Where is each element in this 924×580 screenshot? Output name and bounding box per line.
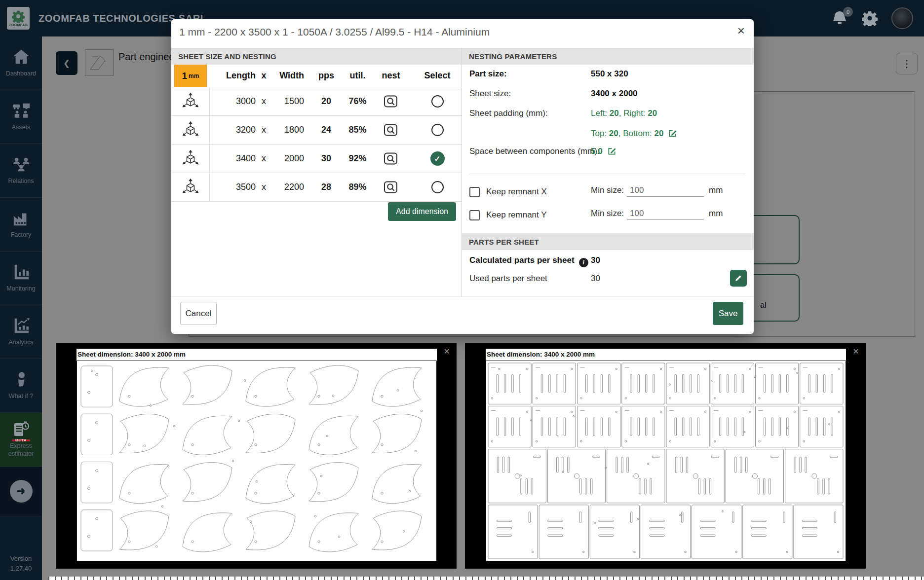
sheet-size-table: 1 mm Length x Width pps util. nest Selec… bbox=[171, 65, 462, 202]
sidebar-item-analytics[interactable]: Analytics bbox=[0, 305, 42, 359]
sidebar-item-relations[interactable]: Relations bbox=[0, 144, 42, 198]
used-parts-value: 30 bbox=[591, 274, 600, 284]
select-radio[interactable]: ✓ bbox=[413, 95, 462, 108]
nest-preview-button[interactable] bbox=[384, 123, 398, 137]
info-icon[interactable]: i bbox=[579, 258, 588, 267]
nesting-params-section-header: NESTING PARAMETERS bbox=[462, 48, 754, 65]
select-radio[interactable]: ✓ bbox=[413, 181, 462, 193]
keep-remnant-x-row: Keep remnant X Min size:mm bbox=[469, 185, 746, 198]
settings-button[interactable] bbox=[862, 10, 878, 26]
cancel-button[interactable]: Cancel bbox=[180, 302, 217, 325]
x-separator: x bbox=[258, 96, 270, 107]
modal-close-icon[interactable]: × bbox=[737, 24, 745, 37]
thinking-person-icon bbox=[11, 371, 32, 389]
nesting-preview-window-1: × Sheet dimension: 3400 x 2000 mm bbox=[56, 343, 457, 569]
keep-remnant-x-checkbox[interactable] bbox=[469, 187, 480, 197]
col-header-pps: pps bbox=[306, 71, 346, 81]
sheet-row: 3400 x 2000 30 92% ✓ bbox=[171, 145, 462, 173]
sheet-size-section-header: SHEET SIZE AND NESTING bbox=[171, 48, 462, 65]
sheet-size-value: 3400 x 2000 bbox=[591, 89, 638, 99]
content-bottom-divider bbox=[171, 296, 754, 297]
sheet-dimension-title: Sheet dimension: 3400 x 2000 mm bbox=[487, 351, 595, 358]
min-size-y-input[interactable] bbox=[627, 209, 704, 220]
table-header-row: 1 mm Length x Width pps util. nest Selec… bbox=[171, 65, 462, 87]
sheet-row: 3500 x 2200 28 89% ✓ bbox=[171, 173, 462, 202]
width-value: 2000 bbox=[270, 153, 306, 164]
save-button[interactable]: Save bbox=[713, 302, 743, 325]
logo-text: ZOOMFAB bbox=[9, 23, 28, 27]
preview-close-icon[interactable]: × bbox=[444, 346, 450, 356]
sidebar-label: Monitoring bbox=[5, 285, 36, 293]
notification-count-badge: 0 bbox=[843, 7, 853, 17]
gear-icon bbox=[862, 10, 878, 26]
user-avatar[interactable] bbox=[891, 7, 913, 29]
sidebar-item-express-estimator[interactable]: BETA Express estimator bbox=[0, 413, 42, 467]
remnant-divider bbox=[469, 174, 746, 174]
version-number: 1.27.40 bbox=[0, 564, 42, 574]
sheet-size-row: Sheet size: 3400 x 2000 bbox=[469, 89, 746, 99]
col-header-width: Width bbox=[270, 71, 306, 81]
zoomfab-logo: ZOOMFAB bbox=[7, 7, 30, 30]
util-value: 85% bbox=[346, 125, 369, 135]
pps-value: 20 bbox=[306, 96, 346, 107]
version-info: Version 1.27.40 bbox=[0, 554, 42, 573]
sidebar-item-what-if[interactable]: What if ? bbox=[0, 359, 42, 413]
select-radio[interactable]: ✓ bbox=[413, 124, 462, 136]
width-value: 1800 bbox=[270, 125, 306, 135]
expand-arrow-button[interactable] bbox=[10, 480, 33, 503]
nest-preview-button[interactable] bbox=[384, 152, 398, 165]
keep-remnant-y-checkbox[interactable] bbox=[469, 210, 480, 220]
modal-title: 1 mm - 2200 x 3500 x 1 - 1050A / 3.0255 … bbox=[179, 26, 490, 38]
sidebar-label: Analytics bbox=[7, 339, 34, 347]
sidebar-item-assets[interactable]: Assets bbox=[0, 90, 42, 144]
magnifier-icon bbox=[384, 181, 398, 194]
nesting-layout-drawing bbox=[486, 361, 846, 561]
thickness-badge: 1 mm bbox=[174, 65, 207, 87]
topbar-actions: 0 bbox=[831, 0, 913, 36]
select-radio-selected[interactable]: ✓ bbox=[413, 151, 462, 166]
min-size-x-input[interactable] bbox=[627, 185, 704, 197]
col-header-select: Select bbox=[413, 71, 462, 81]
sidebar-item-monitoring[interactable]: Monitoring bbox=[0, 252, 42, 305]
sidebar-label: Relations bbox=[7, 178, 35, 185]
min-size-y-group: Min size:mm bbox=[591, 209, 723, 220]
cube-3d-icon bbox=[171, 87, 210, 115]
logo-gear-icon bbox=[12, 10, 25, 23]
nest-preview-button[interactable] bbox=[384, 181, 398, 194]
add-dimension-button[interactable]: Add dimension bbox=[388, 202, 456, 221]
edit-padding-icon[interactable] bbox=[668, 131, 677, 140]
sidebar-label: Dashboard bbox=[5, 70, 37, 78]
sidebar-item-factory[interactable]: Factory bbox=[0, 198, 42, 252]
sidebar-item-dashboard[interactable]: Dashboard bbox=[0, 36, 42, 90]
preview-close-icon[interactable]: × bbox=[853, 346, 859, 356]
edit-used-parts-button[interactable] bbox=[730, 270, 747, 287]
check-icon: ✓ bbox=[430, 151, 445, 166]
col-header-length: Length bbox=[210, 71, 258, 81]
nesting-layout-drawing bbox=[77, 361, 437, 561]
sheet-dimension-title: Sheet dimension: 3400 x 2000 mm bbox=[77, 351, 186, 358]
estimator-doc-clock-icon: BETA bbox=[11, 421, 31, 438]
padding-lr-value: Left: 20, Right: 20 bbox=[591, 109, 657, 118]
padding-tb-value: Top: 20, Bottom: 20 bbox=[591, 129, 677, 141]
edit-spacing-icon[interactable] bbox=[607, 148, 616, 158]
util-value: 76% bbox=[346, 96, 369, 107]
magnifier-icon bbox=[384, 95, 398, 108]
beta-badge: BETA bbox=[12, 439, 30, 441]
col-header-x: x bbox=[258, 71, 270, 81]
version-label: Version bbox=[0, 554, 42, 564]
col-header-nest: nest bbox=[369, 71, 413, 81]
x-separator: x bbox=[258, 125, 270, 135]
sidebar-label: Express estimator bbox=[0, 442, 42, 458]
length-value: 3200 bbox=[210, 125, 258, 135]
column-divider bbox=[462, 48, 462, 296]
calculated-parts-value: 30 bbox=[591, 255, 600, 265]
home-icon bbox=[11, 48, 32, 66]
cube-3d-icon bbox=[171, 116, 210, 144]
sheet-nesting-modal: 1 mm - 2200 x 3500 x 1 - 1050A / 3.0255 … bbox=[171, 19, 754, 334]
nest-preview-button[interactable] bbox=[384, 95, 398, 108]
sheet-padding-row: Sheet padding (mm): Left: 20, Right: 20 bbox=[469, 109, 746, 118]
arrow-right-icon bbox=[15, 485, 28, 498]
notifications-button[interactable]: 0 bbox=[831, 10, 848, 27]
magnifier-icon bbox=[384, 123, 398, 137]
trend-chart-icon bbox=[11, 317, 32, 335]
